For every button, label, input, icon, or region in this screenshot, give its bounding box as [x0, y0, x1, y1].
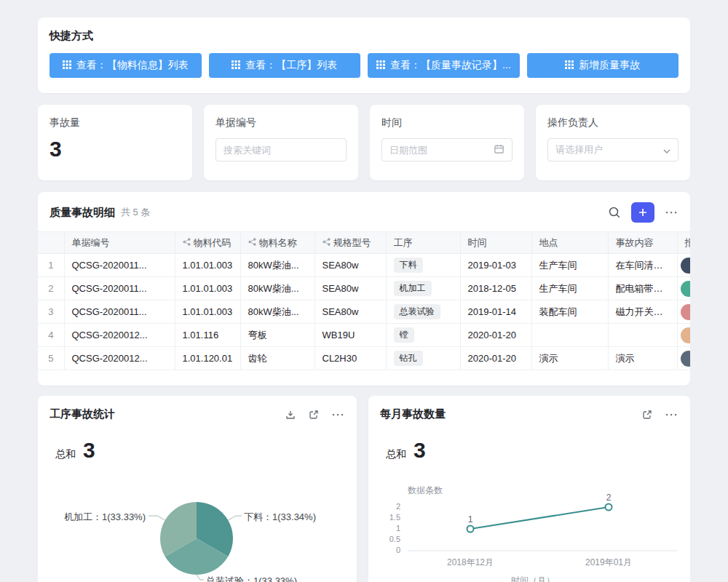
cell-name: 80kW柴油...: [240, 277, 314, 300]
search-icon[interactable]: [608, 206, 621, 219]
cell-time: 2019-01-14: [460, 300, 531, 324]
cell-time: 2020-01-20: [460, 347, 531, 370]
cell-process: 下料: [386, 254, 460, 277]
doc-search-input-field[interactable]: [223, 145, 339, 156]
cell-place: 装配车间: [531, 300, 608, 324]
cell-doc: QCSG-2020011...: [64, 254, 175, 277]
point-value-label: 1: [463, 514, 478, 525]
cell-spec: SEA80w: [314, 254, 386, 277]
cell-content: 配电箱带电...: [608, 277, 677, 300]
avatar: [681, 327, 691, 343]
x-axis-title: 时间（月）: [496, 575, 569, 582]
cell-doc: QCSG-2020012...: [64, 347, 175, 370]
pie-label-jijiagong: 机加工：1(33.33%): [60, 511, 146, 524]
col-header-index: [38, 232, 64, 254]
process-tag: 钻孔: [394, 351, 423, 366]
cell-place: 生产车间: [531, 254, 608, 277]
pie-label-xialiao: 下料：1(33.34%): [244, 511, 316, 524]
cell-reporter: [677, 300, 690, 324]
user-select[interactable]: 请选择用户: [547, 138, 678, 162]
cell-spec: SEA80w: [314, 300, 386, 324]
cell-content: 在车间清洗...: [608, 254, 677, 277]
link-field-icon: [248, 237, 256, 248]
cell-reporter: [677, 254, 690, 277]
avatar: [681, 281, 691, 297]
pie-total-label: 总和: [55, 448, 76, 461]
process-tag: 下料: [394, 258, 423, 273]
date-range-input[interactable]: [381, 138, 513, 162]
point-value-label: 2: [601, 493, 616, 503]
calendar-icon: [494, 143, 505, 157]
view-process-list-button[interactable]: 查看：【工序】列表: [209, 53, 361, 78]
cell-content: 演示: [608, 347, 677, 370]
col-header-doc[interactable]: 单据编号: [64, 232, 175, 254]
line-chart[interactable]: [368, 498, 690, 582]
avatar: [681, 258, 691, 274]
button-label: 查看：【工序】列表: [245, 59, 337, 72]
line-total-value: 3: [414, 438, 426, 463]
view-accident-record-button[interactable]: 查看：【质量事故记录】...: [368, 53, 520, 78]
avatar: [681, 304, 691, 320]
export-icon[interactable]: [285, 409, 296, 420]
dashboard-page: { "shortcuts": { "title": "快捷方式", "butto…: [0, 0, 728, 582]
x-tick: 2018年12月: [438, 557, 503, 569]
y-axis-title: 数据条数: [408, 485, 443, 497]
table-row[interactable]: 3 QCSG-2020011... 1.01.01.003 80kW柴油... …: [38, 300, 690, 324]
button-label: 查看：【质量事故记录】...: [390, 59, 511, 72]
table-header-bar: 质量事故明细 共 5 条 ⋯: [38, 192, 690, 231]
cell-name: 齿轮: [240, 347, 314, 370]
col-header-name[interactable]: 物料名称: [240, 232, 314, 254]
pie-chart[interactable]: [38, 490, 357, 582]
add-record-button[interactable]: [631, 202, 654, 223]
owner-filter-card: 操作负责人 请选择用户: [536, 105, 690, 180]
line-chart-title: 每月事故数量: [380, 407, 446, 421]
col-header-process[interactable]: 工序: [386, 232, 460, 254]
table-row[interactable]: 2 QCSG-2020011... 1.01.01.003 80kW柴油... …: [38, 277, 690, 300]
more-options-icon[interactable]: ⋯: [665, 209, 678, 216]
cell-code: 1.01.120.01: [175, 347, 240, 370]
grid-icon: [63, 60, 71, 71]
time-filter-card: 时间: [370, 105, 524, 180]
accident-table: 单据编号 物料代码 物料名称 规格型号 工序 时间 地点 事故内容 报 1 QC…: [38, 231, 690, 370]
col-header-code[interactable]: 物料代码: [175, 232, 240, 254]
monthly-accident-line-card: 每月事故数量 ⋯ 总和 3 数据条数 2 1.5 1 0.5 0 1 2 201…: [368, 396, 690, 582]
data-point-2: [606, 504, 612, 511]
cell-code: 1.01.01.003: [175, 254, 240, 277]
x-tick: 2019年01月: [576, 557, 641, 569]
col-header-content[interactable]: 事故内容: [608, 232, 677, 254]
col-header-time[interactable]: 时间: [460, 232, 531, 254]
cell-content: 磁力开关短...: [608, 300, 677, 324]
shortcuts-card: 快捷方式 查看：【物料信息】列表 查看：【工序】列表 查看：【质量事故记录】..…: [38, 17, 690, 93]
cell-process: 钻孔: [386, 347, 460, 370]
cell-code: 1.01.01.003: [175, 277, 240, 300]
cell-name: 80kW柴油...: [240, 254, 314, 277]
col-header-place[interactable]: 地点: [531, 232, 608, 254]
table-row[interactable]: 4 QCSG-2020012... 1.01.116 弯板 WB19U 镗 20…: [38, 324, 690, 347]
cell-place: 演示: [531, 347, 608, 370]
data-point-1: [467, 526, 474, 533]
cell-process: 镗: [386, 324, 460, 347]
col-header-reporter[interactable]: 报: [677, 232, 690, 254]
table-row[interactable]: 5 QCSG-2020012... 1.01.120.01 齿轮 CL2H30 …: [38, 347, 690, 370]
date-range-input-field[interactable]: [389, 145, 489, 156]
process-accident-pie-card: 工序事故统计 ⋯ 总和 3 机加工：1(33.33%) 下料：1(33.34%)…: [38, 396, 357, 582]
more-options-icon[interactable]: ⋯: [331, 411, 345, 418]
open-in-new-icon[interactable]: [641, 409, 653, 420]
cell-name: 80kW柴油...: [240, 300, 314, 324]
view-material-list-button[interactable]: 查看：【物料信息】列表: [50, 53, 202, 78]
col-header-spec[interactable]: 规格型号: [314, 232, 386, 254]
cell-place: 生产车间: [531, 277, 608, 300]
cell-code: 1.01.116: [175, 324, 240, 347]
add-accident-button[interactable]: 新增质量事故: [527, 53, 679, 78]
more-options-icon[interactable]: ⋯: [665, 411, 678, 418]
chevron-down-icon: [663, 143, 670, 156]
table-row-count: 共 5 条: [121, 206, 150, 219]
doc-search-input[interactable]: [215, 138, 347, 162]
cell-code: 1.01.01.003: [175, 300, 240, 324]
table-row[interactable]: 1 QCSG-2020011... 1.01.01.003 80kW柴油... …: [38, 254, 690, 277]
pie-total-value: 3: [83, 438, 95, 463]
cell-doc: QCSG-2020011...: [64, 277, 175, 300]
process-tag: 镗: [394, 327, 414, 343]
button-label: 查看：【物料信息】列表: [76, 59, 189, 72]
open-in-new-icon[interactable]: [308, 409, 320, 420]
